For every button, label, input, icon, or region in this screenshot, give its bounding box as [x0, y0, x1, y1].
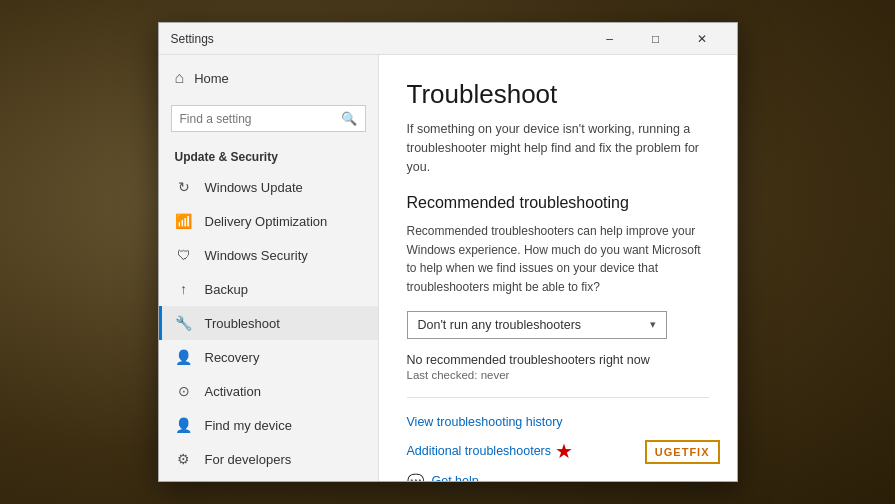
troubleshoot-label: Troubleshoot [205, 316, 280, 331]
find-my-device-label: Find my device [205, 418, 292, 433]
last-checked-text: Last checked: never [407, 369, 709, 381]
sidebar-item-troubleshoot[interactable]: 🔧 Troubleshoot [159, 306, 378, 340]
close-button[interactable]: ✕ [679, 23, 725, 55]
windows-update-icon: ↻ [175, 179, 193, 195]
recovery-label: Recovery [205, 350, 260, 365]
backup-label: Backup [205, 282, 248, 297]
sidebar-item-for-developers[interactable]: ⚙ For developers [159, 442, 378, 476]
for-developers-icon: ⚙ [175, 451, 193, 467]
get-help-row: 💬 Get help [407, 473, 709, 481]
get-help-link[interactable]: Get help [432, 474, 479, 481]
sidebar-home-label: Home [194, 71, 229, 86]
windows-security-icon: 🛡 [175, 247, 193, 263]
find-my-device-icon: 👤 [175, 417, 193, 433]
for-developers-label: For developers [205, 452, 292, 467]
star-icon: ★ [555, 441, 573, 461]
troubleshooter-dropdown[interactable]: Don't run any troubleshooters ▾ [407, 311, 667, 339]
backup-icon: ↑ [175, 281, 193, 297]
sidebar-item-windows-update[interactable]: ↻ Windows Update [159, 170, 378, 204]
chevron-down-icon: ▾ [650, 318, 656, 331]
window-title: Settings [171, 32, 214, 46]
search-icon: 🔍 [341, 111, 357, 126]
maximize-button[interactable]: □ [633, 23, 679, 55]
sidebar-item-find-my-device[interactable]: 👤 Find my device [159, 408, 378, 442]
dropdown-value: Don't run any troubleshooters [418, 318, 582, 332]
sidebar-item-home[interactable]: ⌂ Home [159, 55, 378, 101]
sidebar-item-windows-security[interactable]: 🛡 Windows Security [159, 238, 378, 272]
sidebar-item-activation[interactable]: ⊙ Activation [159, 374, 378, 408]
window-body: ⌂ Home 🔍 Update & Security ↻ Windows Upd… [159, 55, 737, 481]
windows-update-label: Windows Update [205, 180, 303, 195]
window-controls: – □ ✕ [587, 23, 725, 55]
recommended-section-desc: Recommended troubleshooters can help imp… [407, 222, 709, 296]
sidebar-item-backup[interactable]: ↑ Backup [159, 272, 378, 306]
page-title: Troubleshoot [407, 79, 709, 110]
troubleshoot-icon: 🔧 [175, 315, 193, 331]
search-box[interactable]: 🔍 [171, 105, 366, 132]
recommended-section-title: Recommended troubleshooting [407, 194, 709, 212]
sidebar-item-recovery[interactable]: 👤 Recovery [159, 340, 378, 374]
settings-window: Settings – □ ✕ ⌂ Home 🔍 Update & Securit… [158, 22, 738, 482]
sidebar: ⌂ Home 🔍 Update & Security ↻ Windows Upd… [159, 55, 379, 481]
no-troubleshooters-text: No recommended troubleshooters right now [407, 353, 709, 367]
activation-icon: ⊙ [175, 383, 193, 399]
main-content: Troubleshoot If something on your device… [379, 55, 737, 481]
activation-label: Activation [205, 384, 261, 399]
divider [407, 397, 709, 398]
get-help-icon: 💬 [407, 473, 424, 481]
additional-troubleshooters-link[interactable]: Additional troubleshooters [407, 444, 552, 458]
home-icon: ⌂ [175, 69, 185, 87]
sidebar-item-delivery-optimization[interactable]: 📶 Delivery Optimization [159, 204, 378, 238]
delivery-optimization-label: Delivery Optimization [205, 214, 328, 229]
minimize-button[interactable]: – [587, 23, 633, 55]
page-subtitle: If something on your device isn't workin… [407, 120, 709, 176]
view-history-link[interactable]: View troubleshooting history [407, 415, 563, 429]
sidebar-section-header: Update & Security [159, 142, 378, 170]
recovery-icon: 👤 [175, 349, 193, 365]
title-bar: Settings – □ ✕ [159, 23, 737, 55]
windows-security-label: Windows Security [205, 248, 308, 263]
ugetfix-badge: UGETFIX [645, 440, 720, 464]
delivery-optimization-icon: 📶 [175, 213, 193, 229]
search-input[interactable] [180, 112, 335, 126]
